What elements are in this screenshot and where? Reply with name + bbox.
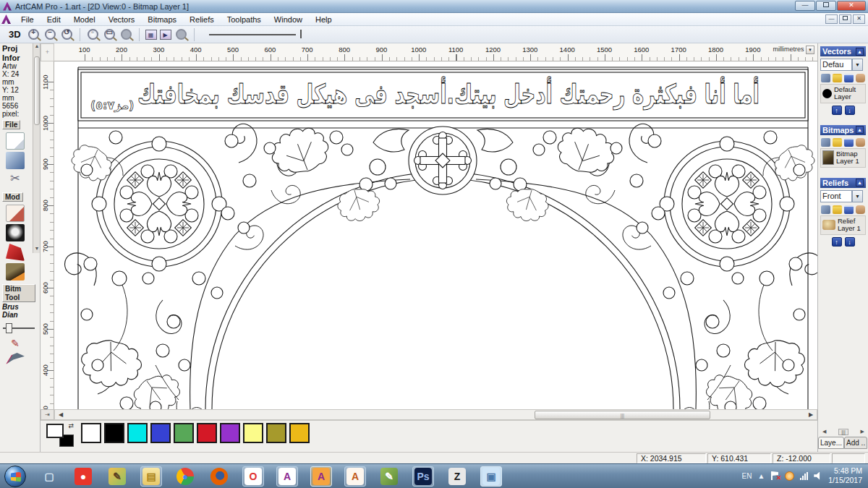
save-icon[interactable] xyxy=(844,138,854,147)
open-folder-icon[interactable] xyxy=(833,138,842,147)
designer-pen-icon[interactable]: ✎ xyxy=(378,466,400,487)
open-folder-icon[interactable] xyxy=(833,205,842,214)
scrollbar-thumb[interactable]: ||| xyxy=(535,411,710,419)
artcam-active-icon[interactable]: A xyxy=(310,466,332,487)
right-tab-scroll[interactable]: ◀|||▶ xyxy=(818,429,868,435)
grab-icon[interactable] xyxy=(856,74,865,82)
new-layer-icon[interactable] xyxy=(821,205,830,214)
paint-app-icon[interactable]: ✎ xyxy=(106,466,128,487)
menu-item[interactable]: Window xyxy=(268,14,309,25)
zoom-box-icon[interactable]: ▫ xyxy=(88,29,98,40)
menu-item[interactable]: Edit xyxy=(41,14,67,25)
preview-eye-icon[interactable] xyxy=(176,29,187,40)
colour-picker-icon[interactable] xyxy=(6,353,25,364)
line-width-slider[interactable] xyxy=(209,34,296,35)
language-indicator[interactable]: EN xyxy=(741,472,752,480)
gom-player-icon[interactable]: ● xyxy=(72,466,94,487)
download-manager-icon[interactable] xyxy=(785,471,794,481)
collapse-icon[interactable]: ▲ xyxy=(856,179,864,187)
menu-item[interactable]: Toolpaths xyxy=(221,14,268,25)
palette-swatch[interactable] xyxy=(174,423,194,443)
menu-item[interactable]: File xyxy=(14,14,41,25)
teddy-image-icon[interactable] xyxy=(6,205,25,222)
mdi-restore-button[interactable] xyxy=(839,14,851,24)
tray-expand-icon[interactable]: ▲ xyxy=(757,472,765,480)
palette-swatch[interactable] xyxy=(220,423,240,443)
start-button[interactable] xyxy=(4,466,26,487)
mdi-close-button[interactable]: ✕ xyxy=(853,14,865,24)
palette-swatch[interactable] xyxy=(197,423,217,443)
zoom-in-icon[interactable]: + xyxy=(28,29,39,40)
move-up-button[interactable]: ↑ xyxy=(832,106,842,115)
volume-icon[interactable] xyxy=(814,472,822,480)
default-layer-item[interactable]: Default Layer xyxy=(820,84,866,103)
toggle-3d-view-button[interactable]: 3D xyxy=(6,29,24,40)
firefox-icon[interactable] xyxy=(208,466,230,487)
red-lamp-icon[interactable] xyxy=(6,244,25,261)
save-icon[interactable] xyxy=(844,74,854,82)
new-layer-icon[interactable] xyxy=(821,138,830,147)
menu-item[interactable]: Reliefs xyxy=(183,14,221,25)
model-wizard-icon[interactable] xyxy=(6,152,25,169)
paint-image-icon[interactable] xyxy=(6,263,25,281)
bitmaps-section-header[interactable]: Bitmaps ▲ xyxy=(820,125,866,135)
palette-swatch[interactable] xyxy=(104,423,124,443)
bitmap-layer-item[interactable]: Bitmap Layer 1 xyxy=(820,148,866,168)
zbrush-icon[interactable]: Z xyxy=(446,466,468,487)
menu-item[interactable]: Model xyxy=(67,14,102,25)
artcam-icon[interactable]: A xyxy=(276,466,298,487)
mdi-minimize-button[interactable]: — xyxy=(825,14,838,24)
vectors-section-header[interactable]: Vectors ▲ xyxy=(820,46,866,56)
relief-view-dropdown[interactable]: Front ▼ xyxy=(820,190,866,202)
chrome-icon[interactable]: ● xyxy=(174,466,196,487)
minimize-button[interactable]: — xyxy=(795,1,815,11)
network-signal-icon[interactable] xyxy=(800,472,808,480)
menu-item[interactable]: Help xyxy=(309,14,339,25)
show-desktop-icon[interactable]: ▢ xyxy=(38,466,60,487)
collapse-icon[interactable]: ▲ xyxy=(856,126,864,134)
dropdown-arrow-icon[interactable]: ▼ xyxy=(852,59,863,71)
new-model-icon[interactable] xyxy=(6,132,25,150)
clock[interactable]: 5:48 PM 1/15/2017 xyxy=(828,466,865,485)
zoom-fit-icon[interactable]: ▭ xyxy=(104,29,115,40)
vector-layer-dropdown[interactable]: Defau ▼ xyxy=(820,59,866,71)
action-center-flag-icon[interactable]: ✕ xyxy=(770,471,779,480)
zoom-previous-icon[interactable]: ↺ xyxy=(61,29,72,40)
close-button[interactable]: ✕ xyxy=(837,1,866,11)
layer-color-dot[interactable] xyxy=(822,89,832,98)
palette-swatch[interactable] xyxy=(289,423,310,443)
windows-explorer-icon[interactable]: ▤ xyxy=(140,466,162,487)
open-folder-icon[interactable] xyxy=(833,74,842,82)
zoom-out-icon[interactable]: − xyxy=(45,29,56,40)
horizontal-scrollbar[interactable]: ◀ ||| ▶ xyxy=(54,409,817,420)
restore-button[interactable] xyxy=(816,1,836,11)
autodesk-icon[interactable]: A xyxy=(344,466,366,487)
reliefs-section-header[interactable]: Reliefs ▲ xyxy=(820,178,866,188)
draw-brush-icon[interactable]: ✎ xyxy=(6,338,25,351)
bitmap-link2-icon[interactable]: ▶ xyxy=(160,30,171,40)
tab-add[interactable]: Add .. xyxy=(844,437,867,449)
photoshop-icon[interactable]: Ps xyxy=(412,466,434,487)
bw-image-icon[interactable] xyxy=(6,224,25,241)
collapse-icon[interactable]: ▲ xyxy=(856,48,864,56)
palette-swatch[interactable] xyxy=(81,423,101,443)
scroll-left-arrow[interactable]: ◀ xyxy=(56,411,66,419)
grab-icon[interactable] xyxy=(856,205,865,214)
swap-colours-icon[interactable]: ⇄ xyxy=(68,422,74,429)
brush-diameter-slider[interactable] xyxy=(3,323,37,333)
palette-swatch[interactable] xyxy=(127,423,148,443)
pane-splitter-button[interactable]: ⇥ xyxy=(41,409,54,420)
palette-swatch[interactable] xyxy=(266,423,286,443)
screenshot-tool-icon[interactable]: ▣ xyxy=(480,466,502,487)
left-panel-scrollbar[interactable]: ▲ ▼ xyxy=(33,43,40,253)
save-icon[interactable] xyxy=(844,205,854,214)
dropdown-arrow-icon[interactable]: ▼ xyxy=(852,190,863,202)
menu-item[interactable]: Vectors xyxy=(102,14,142,25)
grab-icon[interactable] xyxy=(856,138,865,147)
drawing-canvas[interactable]: أما أنا فبكثرة رحمتك أدخل بيتك.أسجد فى ه… xyxy=(54,61,817,409)
palette-swatch[interactable] xyxy=(243,423,263,443)
palette-swatch[interactable] xyxy=(150,423,171,443)
move-down-button[interactable]: ↓ xyxy=(845,106,855,115)
new-layer-icon[interactable] xyxy=(821,74,830,82)
menu-item[interactable]: Bitmaps xyxy=(141,14,183,25)
